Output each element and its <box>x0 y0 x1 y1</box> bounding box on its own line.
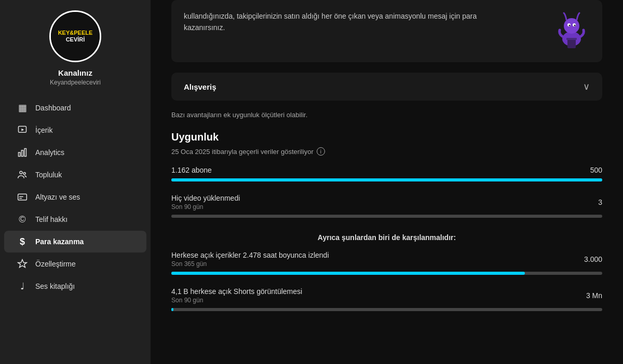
sidebar-item-ozellestirme[interactable]: Özelleştirme <box>4 253 146 275</box>
main-content: kullandığınızda, takipçilerinizin satın … <box>151 0 623 364</box>
sidebar-label-topluluk: Topluluk <box>35 171 62 179</box>
analytics-icon <box>17 147 28 158</box>
availability-title: Uygunluk <box>171 131 602 143</box>
sidebar-item-icerik[interactable]: İçerik <box>4 119 146 141</box>
top-banner: kullandığınızda, takipçilerinizin satın … <box>171 0 602 62</box>
alisveris-chevron: ∨ <box>583 81 590 92</box>
availability-section: Uygunluk 25 Oca 2025 itibarıyla geçerli … <box>171 131 602 218</box>
shorts-views-target: 3 Mn <box>586 291 602 300</box>
sidebar-item-altyazi[interactable]: Altyazı ve ses <box>4 186 146 208</box>
metric-video: Hiç video yüklenmedi Son 90 gün 3 <box>171 194 602 218</box>
sidebar-item-telif[interactable]: © Telif hakkı <box>4 208 146 230</box>
customize-icon <box>17 258 28 270</box>
video-target: 3 <box>598 198 602 206</box>
subscriber-progress-fill <box>171 178 602 181</box>
channel-handle: Keyandpeeleceviri <box>50 79 101 86</box>
alisveris-section[interactable]: Alışveriş ∨ <box>171 73 602 101</box>
sidebar-item-dashboard[interactable]: ▦ Dashboard <box>4 97 146 119</box>
also-section: Ayrıca şunlardan biri de karşılanmalıdır… <box>171 233 602 311</box>
sidebar-label-ozellestirme: Özelleştirme <box>35 260 76 268</box>
watch-hours-progress-fill <box>171 272 525 275</box>
video-label: Hiç video yüklenmedi <box>171 194 240 202</box>
info-icon[interactable]: i <box>317 147 325 156</box>
channel-avatar: KEY&PEELECEVİRİ <box>49 10 101 62</box>
also-title: Ayrıca şunlardan biri de karşılanmalıdır… <box>171 233 602 242</box>
audio-library-icon: ♩ <box>17 281 28 292</box>
subscriber-label: 1.162 abone <box>171 166 212 174</box>
subscriber-progress-bar <box>171 178 602 181</box>
content-icon <box>17 124 28 136</box>
sidebar-label-altyazi: Altyazı ve ses <box>35 193 80 201</box>
sidebar-item-analytics[interactable]: Analytics <box>4 142 146 163</box>
sidebar-label-telif: Telif hakkı <box>35 215 67 223</box>
community-icon <box>17 169 28 180</box>
video-sublabel: Son 90 gün <box>171 203 240 211</box>
metric-subscribers: 1.162 abone 500 <box>171 166 602 181</box>
top-banner-text: kullandığınızda, takipçilerinizin satın … <box>184 10 485 34</box>
svg-point-15 <box>574 25 576 26</box>
metric-shorts-views: 4,1 B herkese açık Shorts görüntülemesi … <box>171 287 602 311</box>
sidebar-item-ses[interactable]: ♩ Ses kitaplığı <box>4 275 146 297</box>
sidebar-item-topluluk[interactable]: Topluluk <box>4 164 146 186</box>
shorts-views-sublabel: Son 90 gün <box>171 297 302 304</box>
svg-rect-2 <box>19 152 20 157</box>
svg-point-6 <box>23 172 25 174</box>
svg-marker-1 <box>21 129 24 131</box>
monetization-icon: $ <box>17 236 28 247</box>
sidebar-label-analytics: Analytics <box>35 148 64 157</box>
channel-name: Kanalınız <box>58 68 92 77</box>
svg-rect-4 <box>24 149 26 157</box>
watch-hours-sublabel: Son 365 gün <box>171 260 329 268</box>
svg-rect-16 <box>567 39 576 48</box>
svg-rect-17 <box>566 38 577 40</box>
watch-hours-label: Herkese açık içerikler 2.478 saat boyunc… <box>171 251 329 259</box>
watch-hours-progress-bar <box>171 272 602 275</box>
nav-list: ▦ Dashboard İçerik Analytics Topluluk <box>0 96 151 298</box>
alisveris-title: Alışveriş <box>184 82 216 91</box>
extra-note: Bazı avantajların ek uygunluk ölçütleri … <box>171 111 602 119</box>
svg-rect-7 <box>18 194 27 200</box>
subscriber-target: 500 <box>590 166 602 174</box>
dashboard-icon: ▦ <box>17 102 28 114</box>
svg-point-14 <box>569 25 571 26</box>
video-progress-bar <box>171 215 602 218</box>
svg-point-5 <box>20 171 22 174</box>
banner-illustration <box>548 10 590 52</box>
svg-point-11 <box>564 18 579 34</box>
sidebar-label-dashboard: Dashboard <box>35 104 71 112</box>
shorts-views-progress-fill <box>171 308 173 311</box>
shorts-views-label: 4,1 B herkese açık Shorts görüntülemesi <box>171 287 302 296</box>
copyright-icon: © <box>17 214 28 225</box>
shorts-views-progress-bar <box>171 308 602 311</box>
sidebar-item-para[interactable]: $ Para kazanma <box>4 231 146 253</box>
subtitles-icon <box>17 191 28 203</box>
watch-hours-target: 3.000 <box>584 255 602 263</box>
sidebar: KEY&PEELECEVİRİ Kanalınız Keyandpeelecev… <box>0 0 151 364</box>
sidebar-label-ses: Ses kitaplığı <box>35 282 75 290</box>
sidebar-label-para: Para kazanma <box>35 237 84 246</box>
metric-watch-hours: Herkese açık içerikler 2.478 saat boyunc… <box>171 251 602 275</box>
sidebar-label-icerik: İçerik <box>35 126 52 134</box>
data-date: 25 Oca 2025 itibarıyla geçerli veriler g… <box>171 147 602 156</box>
svg-rect-3 <box>21 150 23 157</box>
